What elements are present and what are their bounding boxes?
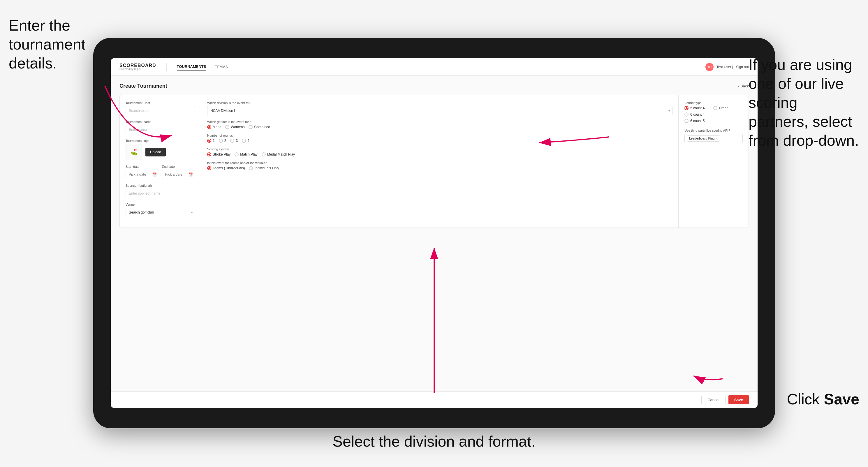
division-select-wrapper: NCAA Division I NCAA Division II NCAA Di… xyxy=(207,106,673,115)
cancel-button[interactable]: Cancel xyxy=(701,395,725,404)
format-6count4[interactable]: 6 count 4 xyxy=(684,113,743,117)
nav-tournaments[interactable]: TOURNAMENTS xyxy=(177,63,206,70)
gender-combined-radio[interactable] xyxy=(249,125,253,129)
date-row: Start date 📅 End date 📅 xyxy=(126,165,195,179)
format-type-group: 5 count 4 Other 6 count 4 xyxy=(684,106,743,123)
end-date-group: End date 📅 xyxy=(162,165,195,179)
venue-label: Venue xyxy=(126,203,195,206)
app-logo: SCOREBOARD Powered by Clippit xyxy=(120,63,156,70)
individuals-only-radio[interactable] xyxy=(249,166,253,170)
annotation-top-right: If you are using one of our live scoring… xyxy=(748,55,859,150)
annotation-bottom-right: Click Save xyxy=(787,390,859,409)
format-6count5-label: 6 count 5 xyxy=(690,119,705,123)
round-1[interactable]: 1 xyxy=(207,139,215,143)
division-group: Which division is the event for? NCAA Di… xyxy=(207,101,673,115)
scoring-match-radio[interactable] xyxy=(235,152,239,156)
nav-divider xyxy=(166,63,167,71)
scoring-medal-radio[interactable] xyxy=(262,152,266,156)
individuals-only[interactable]: Individuals Only xyxy=(249,166,279,170)
navbar-right: TU Test User | Sign out xyxy=(705,63,749,71)
scoring-radio-group: Stroke Play Match Play Medal Match Play xyxy=(207,152,673,156)
logo-upload-area: ⛳ Upload xyxy=(126,144,195,160)
tournament-host-group: Tournament Host xyxy=(126,101,195,115)
rounds-label: Number of rounds xyxy=(207,134,673,137)
scoring-stroke-radio[interactable] xyxy=(207,152,211,156)
start-date-label: Start date xyxy=(126,165,159,168)
back-link[interactable]: Back xyxy=(738,84,749,88)
round-3-label: 3 xyxy=(236,139,238,143)
third-party-chip-value: Leaderboard King xyxy=(689,137,714,140)
gender-combined[interactable]: Combined xyxy=(249,125,270,129)
sponsor-label: Sponsor (optional) xyxy=(126,184,195,187)
format-6count5[interactable]: 6 count 5 xyxy=(684,119,743,123)
tournament-logo-group: Tournament logo ⛳ Upload xyxy=(126,139,195,160)
annotation-bottom-right-prefix: Click xyxy=(787,391,824,408)
scoring-match-label: Match Play xyxy=(240,152,257,156)
save-button[interactable]: Save xyxy=(728,395,749,404)
round-4-radio[interactable] xyxy=(242,139,246,143)
form-footer: Cancel Save xyxy=(111,391,757,408)
teams-plus-radio[interactable] xyxy=(207,166,211,170)
scoring-match-play[interactable]: Match Play xyxy=(235,152,257,156)
end-date-wrapper: 📅 xyxy=(162,170,195,179)
gender-mens-radio[interactable] xyxy=(207,125,211,129)
round-3[interactable]: 3 xyxy=(230,139,238,143)
annotation-top-left: Enter the tournament details. xyxy=(9,16,108,73)
format-type-label: Format type xyxy=(684,101,743,104)
end-date-calendar-icon: 📅 xyxy=(188,173,193,177)
nav-teams[interactable]: TEAMS xyxy=(215,63,228,70)
format-other[interactable]: Other xyxy=(713,106,727,110)
gender-mens[interactable]: Mens xyxy=(207,125,221,129)
gender-radio-group: Mens Womens Combined xyxy=(207,125,673,129)
upload-button[interactable]: Upload xyxy=(145,148,166,156)
division-select[interactable]: NCAA Division I NCAA Division II NCAA Di… xyxy=(207,106,673,115)
gender-mens-label: Mens xyxy=(213,125,221,129)
tablet-screen: SCOREBOARD Powered by Clippit TOURNAMENT… xyxy=(111,58,757,408)
form-col-1: Tournament Host Tournament name Tourname… xyxy=(120,95,202,227)
teams-plus-individuals[interactable]: Teams (+Individuals) xyxy=(207,166,245,170)
signout-link[interactable]: Sign out xyxy=(736,65,749,69)
scoring-stroke-label: Stroke Play xyxy=(213,152,230,156)
tournament-name-group: Tournament name xyxy=(126,120,195,134)
third-party-remove[interactable]: × xyxy=(716,136,718,141)
round-2[interactable]: 2 xyxy=(219,139,226,143)
tournament-logo-label: Tournament logo xyxy=(126,139,195,143)
gender-womens-radio[interactable] xyxy=(225,125,229,129)
format-other-radio[interactable] xyxy=(713,106,717,110)
logo-sub: Powered by Clippit xyxy=(120,68,156,70)
round-3-radio[interactable] xyxy=(230,139,234,143)
venue-select[interactable]: Search golf club xyxy=(126,208,195,217)
format-row-1: 5 count 4 Other xyxy=(684,106,743,110)
format-6count4-label: 6 count 4 xyxy=(690,113,705,117)
format-5count4-radio[interactable] xyxy=(684,106,688,110)
start-date-calendar-icon: 📅 xyxy=(152,173,157,177)
navbar: SCOREBOARD Powered by Clippit TOURNAMENT… xyxy=(111,58,757,76)
third-party-input[interactable]: Leaderboard King × xyxy=(684,134,743,143)
round-1-label: 1 xyxy=(213,139,215,143)
scoring-medal-label: Medal Match Play xyxy=(267,152,295,156)
format-5count4[interactable]: 5 count 4 xyxy=(684,106,705,110)
teams-plus-label: Teams (+Individuals) xyxy=(213,166,245,170)
format-6count4-radio[interactable] xyxy=(684,113,688,117)
rounds-group: Number of rounds 1 2 xyxy=(207,134,673,143)
individuals-only-label: Individuals Only xyxy=(254,166,279,170)
annotation-bottom-center: Select the division and format. xyxy=(333,432,535,451)
tournament-host-input[interactable] xyxy=(126,106,195,115)
form-col-3: Format type 5 count 4 Other xyxy=(679,95,748,227)
gender-womens[interactable]: Womens xyxy=(225,125,244,129)
scoring-stroke-play[interactable]: Stroke Play xyxy=(207,152,230,156)
dates-group: Start date 📅 End date 📅 xyxy=(126,165,195,179)
third-party-chip: Leaderboard King × xyxy=(687,135,720,142)
logo-title: SCOREBOARD xyxy=(120,63,156,68)
user-text: Test User | xyxy=(716,65,733,69)
gender-womens-label: Womens xyxy=(231,125,244,129)
round-1-radio[interactable] xyxy=(207,139,211,143)
round-2-radio[interactable] xyxy=(219,139,223,143)
avatar: TU xyxy=(705,63,714,71)
scoring-medal-match-play[interactable]: Medal Match Play xyxy=(262,152,295,156)
sponsor-input[interactable] xyxy=(126,189,195,198)
teams-group: Is this event for Teams and/or Individua… xyxy=(207,161,673,170)
format-6count5-radio[interactable] xyxy=(684,119,688,123)
tournament-name-input[interactable] xyxy=(126,125,195,134)
round-4[interactable]: 4 xyxy=(242,139,249,143)
